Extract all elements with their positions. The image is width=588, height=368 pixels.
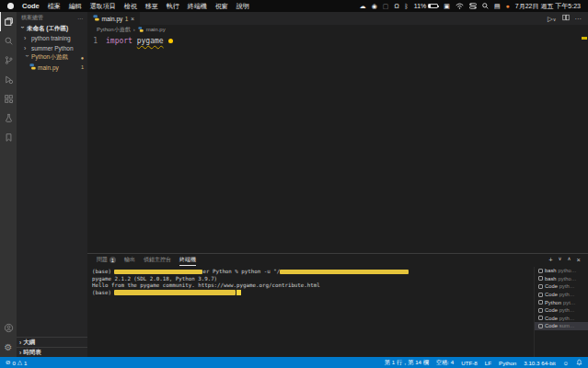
eol-status[interactable]: LF xyxy=(485,360,491,366)
new-terminal-icon[interactable]: + xyxy=(548,256,552,264)
close-panel-icon[interactable]: × xyxy=(577,256,581,264)
menu-edit[interactable]: 編輯 xyxy=(69,2,82,11)
panel-tab-terminal[interactable]: 終端機 xyxy=(179,254,196,266)
screen-record-icon[interactable]: ◉ xyxy=(372,3,377,9)
menu-terminal[interactable]: 終端機 xyxy=(188,2,207,11)
lightbulb-icon[interactable] xyxy=(168,39,173,43)
file-main-py[interactable]: main.py 1 xyxy=(17,63,87,73)
panel-tab-problems[interactable]: 問題 1 xyxy=(97,254,116,266)
problems-status[interactable]: ⊘ 0 △ 1 xyxy=(6,359,27,366)
chevron-right-icon: › xyxy=(133,27,135,32)
battery-indicator[interactable]: 11% xyxy=(414,3,439,9)
terminal-list-item[interactable]: bash pytho… xyxy=(535,275,588,283)
outline-section[interactable]: › 大綱 xyxy=(17,337,87,347)
chevron-right-icon: › xyxy=(24,35,29,41)
bluetooth-icon[interactable]: ᛒ xyxy=(405,3,409,9)
encoding-status[interactable]: UTF-8 xyxy=(461,360,478,366)
terminal-command: er Python % python -u "/ xyxy=(202,269,280,274)
workspace-root-row[interactable]: › 未命名 (工作區) xyxy=(17,24,87,34)
headphones-icon[interactable]: Ω xyxy=(394,3,398,9)
apple-menu-icon[interactable] xyxy=(7,3,14,9)
panel-tab-output[interactable]: 輸出 xyxy=(124,254,135,266)
code-editor[interactable]: 1 import pygame xyxy=(87,34,588,45)
screen-mirroring-icon[interactable]: ▣ xyxy=(444,3,450,9)
breadcrumb-folder[interactable]: Python小遊戲 xyxy=(97,26,131,34)
timeline-section[interactable]: › 時間表 xyxy=(17,347,87,357)
terminal-list-item-selected[interactable]: Code sum… xyxy=(535,322,588,330)
menu-window[interactable]: 視窗 xyxy=(215,2,228,11)
editor-group: main.py 1 × ▷∨ ··· Python小遊戲 › main.py 1… xyxy=(87,12,588,357)
panel-tab-label: 輸出 xyxy=(124,256,135,264)
terminal-line: pygame 2.1.2 (SDL 2.0.18, Python 3.9.7) xyxy=(92,276,531,283)
split-editor-icon[interactable] xyxy=(562,14,570,23)
control-center-icon[interactable] xyxy=(469,3,477,9)
terminal-instance-list: bash pytho… bash pytho… Code pyth… Code … xyxy=(534,267,588,357)
explorer-more-actions-icon[interactable]: ⋯ xyxy=(77,15,83,21)
run-python-file-icon[interactable]: ▷∨ xyxy=(548,15,556,23)
code-module: pygame xyxy=(137,37,164,45)
panel-tab-debug-console[interactable]: 偵錯主控台 xyxy=(144,254,171,266)
terminal-icon xyxy=(538,269,543,273)
panel-actions: + ∨ ∧ × xyxy=(548,256,588,264)
breadcrumb[interactable]: Python小遊戲 › main.py xyxy=(87,25,588,34)
breadcrumb-file[interactable]: main.py xyxy=(146,27,166,32)
terminal-list-item[interactable]: Code pyth… xyxy=(535,315,588,323)
recording-dot-icon[interactable]: ● xyxy=(506,3,510,9)
folder-python-training[interactable]: › python training xyxy=(17,34,87,44)
indentation-status[interactable]: 空格: 4 xyxy=(436,359,454,367)
cursor-position-status[interactable]: 第 1 行，第 14 欄 xyxy=(385,359,429,367)
terminal-icon xyxy=(538,276,543,281)
feedback-smiley-icon[interactable]: ☺ xyxy=(563,360,569,366)
menu-bar-clock[interactable]: 7月22日 週五 下午5:23 xyxy=(515,2,581,11)
tab-close-icon[interactable]: × xyxy=(131,16,134,22)
terminal-list-item[interactable]: Code pyth… xyxy=(535,282,588,291)
display-dim-icon[interactable]: ▢ xyxy=(383,3,389,9)
more-actions-icon[interactable]: ··· xyxy=(575,15,582,23)
editor-actions: ▷∨ ··· xyxy=(548,12,588,25)
spotlight-search-icon[interactable] xyxy=(482,3,489,9)
terminal-dropdown-icon[interactable]: ∨ xyxy=(559,256,562,264)
menu-selection[interactable]: 選取項目 xyxy=(90,2,116,11)
terminal-list-item[interactable]: Python pyt… xyxy=(535,298,588,306)
language-mode-status[interactable]: Python xyxy=(499,360,516,366)
terminal-output[interactable]: (base) er Python % python -u "/pygame 2.… xyxy=(92,269,531,355)
terminal-prompt: (base) xyxy=(92,269,114,274)
python-file-icon xyxy=(138,27,144,33)
chevron-right-icon: › xyxy=(19,339,21,346)
activity-search-icon[interactable] xyxy=(0,31,17,51)
activity-testing-icon[interactable] xyxy=(0,109,17,128)
activity-bookmarks-icon[interactable] xyxy=(0,128,17,147)
activity-run-debug-icon[interactable] xyxy=(0,70,17,89)
menu-view[interactable]: 檢視 xyxy=(124,2,137,11)
account-icon[interactable] xyxy=(0,318,17,338)
folder-python-game[interactable]: › Python小遊戲 ● xyxy=(17,53,87,63)
terminal-icon xyxy=(538,324,543,328)
menu-file[interactable]: 檔案 xyxy=(48,2,61,11)
menu-go[interactable]: 移至 xyxy=(145,2,158,11)
menu-help[interactable]: 說明 xyxy=(236,2,249,11)
wifi-icon[interactable] xyxy=(455,3,464,9)
folder-summer-python[interactable]: › summer Python xyxy=(17,43,87,53)
chevron-down-icon: › xyxy=(24,55,30,61)
overview-ruler-warning-mark xyxy=(582,37,587,40)
activity-bar: ⚙ xyxy=(0,12,17,357)
redaction-highlight xyxy=(114,290,236,295)
terminal-list-item[interactable]: Code pyth… xyxy=(535,306,588,315)
code-line-1[interactable]: 1 import pygame xyxy=(87,37,588,45)
settings-gear-icon[interactable]: ⚙ xyxy=(0,338,17,357)
menu-run[interactable]: 執行 xyxy=(167,2,179,11)
maximize-panel-icon[interactable]: ∧ xyxy=(568,256,571,264)
app-menu-name[interactable]: Code xyxy=(22,2,40,10)
activity-extensions-icon[interactable] xyxy=(0,89,17,109)
terminal-list-item[interactable]: Code pyth… xyxy=(535,291,588,299)
cloud-icon[interactable]: ☁ xyxy=(360,3,366,9)
code-keyword: import xyxy=(106,37,133,45)
battery-percent-text: 11% xyxy=(414,3,427,9)
terminal-list-item[interactable]: bash pytho… xyxy=(535,267,588,275)
tab-main-py[interactable]: main.py 1 × xyxy=(87,12,140,25)
input-source-icon[interactable]: ▤ xyxy=(494,3,501,9)
python-interpreter-status[interactable]: 3.10.3 64-bit xyxy=(524,360,555,366)
activity-source-control-icon[interactable] xyxy=(0,51,17,70)
activity-explorer-icon[interactable] xyxy=(0,12,17,31)
notifications-bell-icon[interactable] xyxy=(576,359,582,366)
